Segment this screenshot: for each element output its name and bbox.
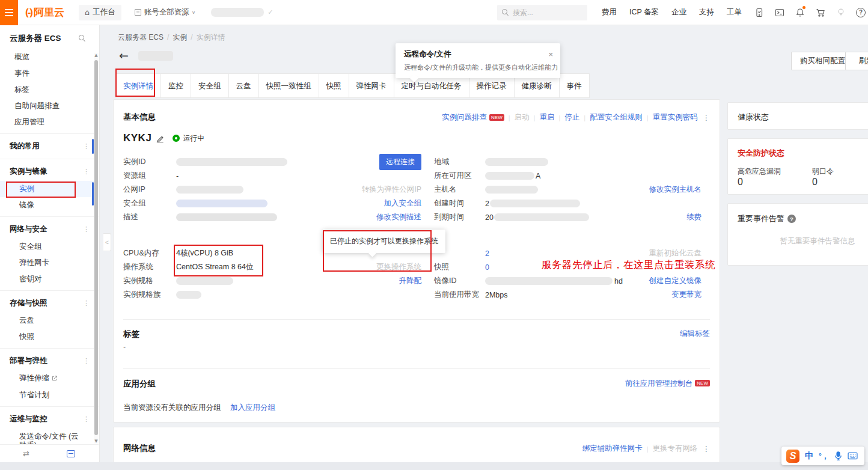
sidebar-item-autoscaling[interactable]: 弹性伸缩 bbox=[0, 370, 99, 387]
sidebar-item-snapshots[interactable]: 快照 bbox=[0, 329, 99, 345]
more-icon[interactable]: ⋮ bbox=[83, 299, 90, 307]
cloudshell-terminal-icon[interactable] bbox=[774, 7, 784, 17]
close-icon[interactable]: × bbox=[548, 50, 553, 59]
stop-link[interactable]: 停止 bbox=[564, 112, 579, 123]
scroll-up-icon[interactable]: ▲ bbox=[94, 53, 99, 58]
tab-eni[interactable]: 弹性网卡 bbox=[349, 73, 394, 98]
change-bandwidth-link[interactable]: 变更带宽 bbox=[671, 290, 701, 299]
edit-name-icon[interactable] bbox=[156, 135, 164, 142]
sidebar-scrollbar[interactable]: ▲ ▼ bbox=[94, 53, 99, 444]
goto-app-console-link[interactable]: 前往应用管理控制台 bbox=[625, 379, 693, 388]
tab-disks[interactable]: 云盘 bbox=[228, 73, 259, 98]
restart-link[interactable]: 重启 bbox=[539, 112, 554, 123]
sidebar-item-disks[interactable]: 云盘 bbox=[0, 313, 99, 329]
sidebar-item-tags[interactable]: 标签 bbox=[0, 82, 99, 98]
snapshot-count-link[interactable]: 0 bbox=[485, 263, 489, 272]
more-actions-icon[interactable]: ⋮ bbox=[703, 444, 711, 453]
back-button[interactable]: ← bbox=[119, 49, 129, 61]
account-resources-dropdown[interactable]: 账号全部资源 ∨ bbox=[135, 7, 196, 17]
sidebar-item-keypairs[interactable]: 密钥对 bbox=[0, 271, 99, 287]
sidebar-group-instances-images[interactable]: 实例与镜像⋮ bbox=[0, 162, 99, 181]
sogou-logo[interactable]: S bbox=[786, 450, 799, 463]
sidebar-item-self-troubleshoot[interactable]: 自助问题排查 bbox=[0, 98, 99, 114]
aliyun-logo[interactable]: (-) 阿里云 bbox=[25, 5, 64, 19]
switch-version-icon[interactable]: ⇄ bbox=[23, 449, 29, 458]
tab-events[interactable]: 事件 bbox=[559, 73, 590, 98]
sidebar-group-network-security[interactable]: 网络与安全⋮ bbox=[0, 220, 99, 239]
sidebar-group-ops-monitoring[interactable]: 运维与监控⋮ bbox=[0, 410, 99, 429]
edit-description-link[interactable]: 修改实例描述 bbox=[376, 213, 421, 221]
topbar-menu-billing[interactable]: 费用 bbox=[602, 7, 617, 17]
join-security-group-link[interactable]: 加入安全组 bbox=[384, 199, 422, 207]
create-custom-image-link[interactable]: 创建自定义镜像 bbox=[649, 276, 702, 285]
ime-language-toggle[interactable]: 中 bbox=[805, 451, 813, 462]
troubleshoot-link[interactable]: 实例问题排查 bbox=[442, 112, 487, 123]
scrollbar-thumb[interactable] bbox=[94, 60, 98, 435]
more-icon[interactable]: ⋮ bbox=[83, 415, 90, 423]
microphone-icon[interactable] bbox=[834, 451, 842, 460]
sidebar-item-eni[interactable]: 弹性网卡 bbox=[0, 255, 99, 271]
refresh-button[interactable]: 刷新 bbox=[845, 52, 868, 70]
more-icon[interactable]: ⋮ bbox=[83, 168, 90, 175]
reset-password-link[interactable]: 重置实例密码 bbox=[653, 112, 698, 123]
redacted-value bbox=[494, 213, 589, 221]
notifications-bell-icon[interactable] bbox=[795, 7, 805, 17]
bind-secondary-eni-link[interactable]: 绑定辅助弹性网卡 bbox=[582, 444, 643, 454]
sidebar-item-events[interactable]: 事件 bbox=[0, 66, 99, 82]
annotation-text: 服务器先停止后，在这里点击重装系统 bbox=[542, 258, 715, 272]
global-search[interactable] bbox=[497, 5, 587, 20]
workbench-button[interactable]: ⌂ 工作台 bbox=[79, 5, 121, 20]
sidebar-item-security-groups[interactable]: 安全组 bbox=[0, 239, 99, 255]
ime-punctuation-toggle[interactable]: °， bbox=[819, 453, 829, 459]
sidebar-item-savings-plan[interactable]: 节省计划 bbox=[0, 387, 99, 403]
sidebar-search-icon[interactable] bbox=[79, 35, 86, 42]
breadcrumb-ecs[interactable]: 云服务器 ECS bbox=[118, 33, 164, 41]
topbar-menu-enterprise[interactable]: 企业 bbox=[671, 7, 686, 17]
join-app-group-link[interactable]: 加入应用分组 bbox=[230, 403, 275, 412]
sidebar-item-app-management[interactable]: 应用管理 bbox=[0, 114, 99, 130]
tab-monitoring[interactable]: 监控 bbox=[160, 73, 191, 98]
top-bar: (-) 阿里云 ⌂ 工作台 账号全部资源 ∨ ✓ 费用 ICP 备案 企业 支持… bbox=[0, 0, 868, 25]
image-id-suffix: hd bbox=[614, 277, 623, 285]
upgrade-downgrade-link[interactable]: 升降配 bbox=[399, 276, 422, 285]
tab-snapshot-consistency-groups[interactable]: 快照一致性组 bbox=[258, 73, 319, 98]
topbar-menu-support[interactable]: 支持 bbox=[699, 7, 714, 17]
disk-count-link[interactable]: 2 bbox=[485, 249, 489, 258]
config-sg-rules-link[interactable]: 配置安全组规则 bbox=[590, 112, 643, 123]
app-group-empty-text: 当前资源没有关联的应用分组 bbox=[123, 403, 221, 412]
edit-hostname-link[interactable]: 修改实例主机名 bbox=[649, 185, 702, 194]
breadcrumb-instances[interactable]: 实例 bbox=[173, 33, 187, 41]
collapse-sidebar-icon[interactable] bbox=[67, 450, 75, 457]
sidebar-group-deployment-elasticity[interactable]: 部署与弹性⋮ bbox=[0, 352, 99, 370]
shopping-cart-icon[interactable] bbox=[815, 7, 825, 17]
sidebar-group-favorites[interactable]: 我的常用⋮ bbox=[0, 137, 99, 156]
lightbulb-icon[interactable] bbox=[836, 7, 846, 17]
scroll-down-icon[interactable]: ▼ bbox=[94, 439, 99, 444]
help-icon[interactable]: ? bbox=[787, 215, 796, 223]
edit-tags-link[interactable]: 编辑标签 bbox=[680, 329, 710, 339]
collapse-panel-handle[interactable]: < bbox=[103, 233, 111, 251]
sidebar-item-overview[interactable]: 概览 bbox=[0, 49, 99, 66]
more-icon[interactable]: ⋮ bbox=[83, 357, 90, 365]
topbar-menu-icp[interactable]: ICP 备案 bbox=[629, 7, 659, 17]
row-image-id: 镜像ID hd 创建自定义镜像 bbox=[434, 274, 701, 288]
tab-security-groups[interactable]: 安全组 bbox=[191, 73, 229, 98]
sidebar-item-instances[interactable]: 实例 bbox=[0, 181, 99, 197]
hamburger-menu-button[interactable] bbox=[0, 0, 18, 25]
sidebar-item-images[interactable]: 镜像 bbox=[0, 197, 99, 213]
keyboard-icon[interactable] bbox=[848, 452, 858, 460]
start-link-disabled: 启动 bbox=[515, 112, 530, 123]
tab-snapshots[interactable]: 快照 bbox=[319, 73, 349, 98]
remote-connect-button[interactable]: 远程连接 bbox=[379, 154, 421, 170]
help-icon[interactable]: ? bbox=[856, 8, 866, 17]
sidebar-group-storage-snapshots[interactable]: 存储与快照⋮ bbox=[0, 294, 99, 313]
redacted-value bbox=[176, 158, 287, 166]
mobile-app-icon[interactable] bbox=[754, 7, 764, 17]
more-actions-icon[interactable]: ⋮ bbox=[703, 113, 711, 122]
more-icon[interactable]: ⋮ bbox=[83, 142, 90, 150]
topbar-menu-ticket[interactable]: 工单 bbox=[727, 7, 742, 17]
search-input[interactable] bbox=[513, 8, 579, 17]
more-icon[interactable]: ⋮ bbox=[83, 225, 90, 233]
renew-link[interactable]: 续费 bbox=[686, 213, 701, 221]
tab-instance-detail[interactable]: 实例详情 bbox=[115, 73, 161, 98]
